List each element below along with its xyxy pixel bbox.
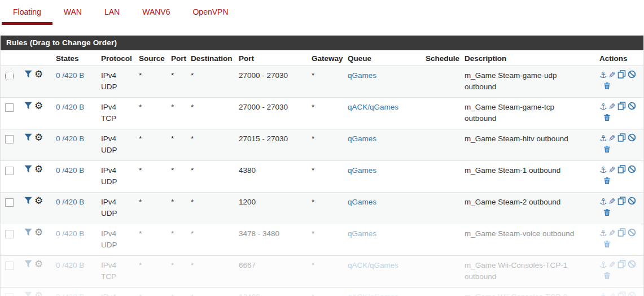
filter-icon[interactable] bbox=[24, 102, 32, 110]
cell-indicators: ⚙ bbox=[20, 193, 51, 224]
cell-states: 0 /420 B bbox=[51, 256, 97, 288]
filter-icon[interactable] bbox=[24, 228, 32, 236]
header-src-port: Port bbox=[167, 50, 186, 66]
rule-row[interactable]: ⚙ 0 /420 B IPv4UDP * * * 1200 * qGames m… bbox=[1, 193, 643, 224]
states-link[interactable]: 0 /420 B bbox=[56, 198, 84, 206]
pencil-icon[interactable]: ✎ bbox=[608, 260, 616, 271]
tab-floating[interactable]: Floating bbox=[2, 6, 52, 25]
states-link[interactable]: 0 /420 B bbox=[56, 166, 84, 175]
cell-gateway: * bbox=[307, 288, 343, 296]
trash-icon[interactable] bbox=[603, 240, 611, 248]
filter-icon[interactable] bbox=[24, 70, 32, 78]
ban-icon[interactable] bbox=[628, 291, 636, 296]
trash-icon[interactable] bbox=[603, 272, 611, 280]
row-checkbox[interactable] bbox=[5, 167, 14, 175]
tab-openvpn[interactable]: OpenVPN bbox=[181, 6, 239, 22]
gear-icon: ⚙ bbox=[32, 197, 43, 208]
states-link[interactable]: 0 /420 B bbox=[56, 261, 84, 269]
cell-source: * bbox=[134, 66, 167, 98]
rule-row[interactable]: ⚙ 0 /420 B IPv4TCP * * * 27000 - 27030 *… bbox=[1, 98, 643, 129]
rule-row[interactable]: ⚙ 0 /420 B IPv4UDP * * * 27000 - 27030 *… bbox=[1, 66, 643, 98]
copy-icon[interactable] bbox=[617, 260, 626, 268]
anchor-icon[interactable]: ⚓ bbox=[599, 228, 607, 240]
trash-icon[interactable] bbox=[603, 177, 611, 185]
rule-row[interactable]: ⚙ 0 /420 B IPv4UDP * * * 3478 - 3480 * q… bbox=[1, 224, 643, 256]
ban-icon[interactable] bbox=[628, 165, 636, 173]
pencil-icon[interactable]: ✎ bbox=[608, 70, 616, 81]
copy-icon[interactable] bbox=[617, 133, 626, 142]
queue-link[interactable]: qGames bbox=[348, 71, 376, 80]
states-link[interactable]: 0 /420 B bbox=[56, 229, 84, 238]
filter-icon[interactable] bbox=[24, 133, 32, 141]
cell-destination: * bbox=[186, 256, 234, 288]
trash-icon[interactable] bbox=[603, 145, 611, 153]
anchor-icon[interactable]: ⚓ bbox=[599, 197, 607, 208]
states-link[interactable]: 0 /420 B bbox=[56, 71, 84, 80]
row-checkbox[interactable] bbox=[5, 135, 14, 143]
row-checkbox[interactable] bbox=[5, 230, 14, 238]
pencil-icon[interactable]: ✎ bbox=[608, 102, 616, 113]
trash-icon[interactable] bbox=[603, 114, 611, 121]
queue-link[interactable]: qACK/qGames bbox=[348, 261, 398, 269]
anchor-icon[interactable]: ⚓ bbox=[599, 165, 607, 176]
anchor-icon[interactable]: ⚓ bbox=[599, 260, 607, 271]
rule-row[interactable]: ⚙ 0 /420 B IPv4TCP * * * 6667 * qACK/qGa… bbox=[1, 256, 643, 288]
row-checkbox[interactable] bbox=[5, 262, 14, 270]
protocol-family: IPv4 bbox=[101, 198, 116, 206]
copy-icon[interactable] bbox=[617, 165, 626, 173]
ban-icon[interactable] bbox=[628, 102, 636, 110]
states-link[interactable]: 0 /420 B bbox=[56, 134, 84, 143]
tab-lan[interactable]: LAN bbox=[93, 6, 131, 22]
queue-link[interactable]: qGames bbox=[348, 198, 376, 206]
cell-states: 0 /420 B bbox=[51, 66, 97, 98]
filter-icon[interactable] bbox=[24, 260, 32, 268]
anchor-icon[interactable]: ⚓ bbox=[599, 291, 607, 296]
states-link[interactable]: 0 /420 B bbox=[56, 103, 84, 111]
row-checkbox[interactable] bbox=[5, 293, 14, 296]
ban-icon[interactable] bbox=[628, 260, 636, 268]
states-link[interactable]: 0 /420 B bbox=[56, 293, 84, 296]
rule-row[interactable]: ⚙ 0 /420 B IPv4UDP * * * 4380 * qGames m… bbox=[1, 161, 643, 193]
filter-icon[interactable] bbox=[24, 197, 32, 204]
pencil-icon[interactable]: ✎ bbox=[608, 228, 616, 240]
pencil-icon[interactable]: ✎ bbox=[608, 133, 616, 145]
header-destination: Destination bbox=[186, 50, 234, 66]
queue-link[interactable]: qGames bbox=[348, 166, 376, 175]
filter-icon[interactable] bbox=[24, 291, 32, 296]
tab-wanv6[interactable]: WANV6 bbox=[131, 6, 181, 22]
anchor-icon[interactable]: ⚓ bbox=[599, 133, 607, 145]
protocol-type: UDP bbox=[101, 209, 117, 217]
copy-icon[interactable] bbox=[617, 228, 626, 237]
queue-link[interactable]: qGames bbox=[348, 134, 376, 143]
tab-wan[interactable]: WAN bbox=[52, 6, 93, 22]
copy-icon[interactable] bbox=[617, 197, 626, 205]
rule-row[interactable]: ⚙ 0 /420 B IPv4UDP * * * 27015 - 27030 *… bbox=[1, 129, 643, 161]
ban-icon[interactable] bbox=[628, 133, 636, 142]
trash-icon[interactable] bbox=[603, 208, 611, 216]
queue-link[interactable]: qGames bbox=[348, 229, 376, 238]
row-checkbox[interactable] bbox=[5, 72, 14, 80]
row-checkbox[interactable] bbox=[5, 198, 14, 207]
ban-icon[interactable] bbox=[628, 70, 636, 79]
ban-icon[interactable] bbox=[628, 228, 636, 237]
anchor-icon[interactable]: ⚓ bbox=[599, 70, 607, 81]
cell-actions: ⚓✎ bbox=[595, 66, 643, 98]
pencil-icon[interactable]: ✎ bbox=[608, 291, 616, 296]
queue-link[interactable]: qACK/qGames bbox=[348, 103, 398, 111]
row-checkbox[interactable] bbox=[5, 103, 14, 112]
trash-icon[interactable] bbox=[603, 82, 611, 90]
cell-dst-port: 27000 - 27030 bbox=[234, 66, 307, 98]
cell-destination: * bbox=[186, 161, 234, 193]
pencil-icon[interactable]: ✎ bbox=[608, 197, 616, 208]
copy-icon[interactable] bbox=[617, 291, 626, 296]
filter-icon[interactable] bbox=[24, 165, 32, 173]
cell-src-port: * bbox=[167, 224, 186, 256]
ban-icon[interactable] bbox=[628, 197, 636, 205]
copy-icon[interactable] bbox=[617, 102, 626, 110]
queue-link[interactable]: qACK/qGames bbox=[348, 293, 398, 296]
pencil-icon[interactable]: ✎ bbox=[608, 165, 616, 176]
anchor-icon[interactable]: ⚓ bbox=[599, 102, 607, 113]
cell-description: m_Game Steam-game-udp outbound bbox=[460, 66, 595, 98]
rule-row[interactable]: ⚙ 0 /420 B IPv4TCP * * * 12400 * qACK/qG… bbox=[1, 288, 643, 296]
copy-icon[interactable] bbox=[617, 70, 626, 79]
